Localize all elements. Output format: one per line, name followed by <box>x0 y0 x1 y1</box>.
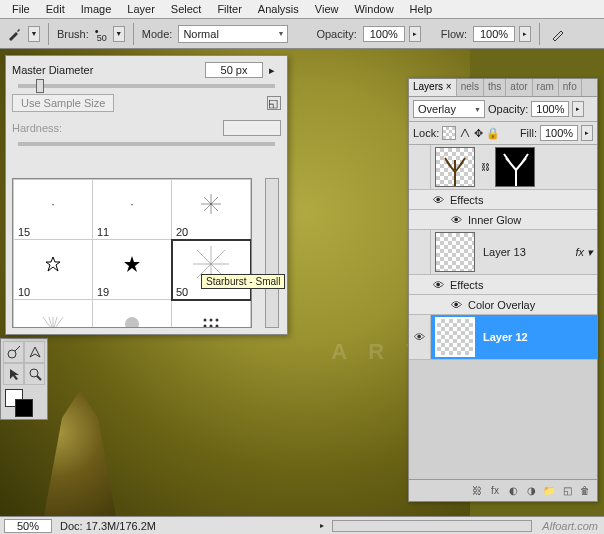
flow-label: Flow: <box>441 28 467 40</box>
layer-name[interactable]: Layer 13 <box>479 246 575 258</box>
hardness-field <box>223 120 281 136</box>
use-sample-size-button[interactable]: Use Sample Size <box>12 94 114 112</box>
menu-help[interactable]: Help <box>402 1 441 17</box>
tab-channels[interactable]: nels <box>457 79 484 96</box>
visibility-toggle[interactable] <box>409 230 431 274</box>
layer-blend-mode[interactable]: Overlay <box>413 100 485 118</box>
menu-window[interactable]: Window <box>346 1 401 17</box>
layer-name[interactable]: Layer 12 <box>479 331 597 343</box>
background-color[interactable] <box>15 399 33 417</box>
inner-glow-label: Inner Glow <box>468 214 521 226</box>
layer-row-13[interactable]: Layer 13 fx ▾ <box>409 230 597 275</box>
layer-mask-thumbnail[interactable] <box>495 147 535 187</box>
delete-layer-icon[interactable]: 🗑 <box>577 483 593 499</box>
brush-preset-halftone[interactable] <box>172 300 251 329</box>
menu-select[interactable]: Select <box>163 1 210 17</box>
tab-navigator[interactable]: ator <box>506 79 532 96</box>
tab-paths[interactable]: ths <box>484 79 506 96</box>
menu-edit[interactable]: Edit <box>38 1 73 17</box>
visibility-toggle[interactable] <box>409 145 431 189</box>
brush-preset-ray[interactable] <box>14 300 93 329</box>
brush-tool-icon[interactable] <box>4 24 24 44</box>
new-layer-icon[interactable]: ◱ <box>559 483 575 499</box>
new-preset-icon[interactable]: ◱ <box>267 96 281 110</box>
brush-preset-11[interactable]: ·11 <box>93 180 172 240</box>
effect-color-overlay[interactable]: 👁 Color Overlay <box>409 295 597 315</box>
effects-row-2[interactable]: 👁 Effects <box>409 275 597 295</box>
brush-grid-scrollbar[interactable] <box>265 178 279 328</box>
flow-field[interactable]: 100% <box>473 26 515 42</box>
svg-point-24 <box>30 369 38 377</box>
eye-icon[interactable]: 👁 <box>433 194 444 206</box>
adjustment-layer-icon[interactable]: ◑ <box>523 483 539 499</box>
svg-line-25 <box>37 376 41 380</box>
doc-info-toggle[interactable]: ▸ <box>316 521 328 530</box>
tab-info[interactable]: nfo <box>559 79 582 96</box>
layer-thumbnail[interactable] <box>435 232 475 272</box>
link-icon[interactable]: ⛓ <box>479 162 491 172</box>
lock-pixels-icon[interactable] <box>459 127 471 139</box>
lock-position-icon[interactable]: ✥ <box>474 127 483 140</box>
flow-slider-toggle[interactable]: ▸ <box>519 26 531 42</box>
svg-point-19 <box>204 324 207 327</box>
layer-thumbnail[interactable] <box>435 147 475 187</box>
svg-point-18 <box>216 318 219 321</box>
layer-row-tree[interactable]: ⛓ <box>409 145 597 190</box>
menu-view[interactable]: View <box>307 1 347 17</box>
doc-info: Doc: 17.3M/176.2M <box>56 520 316 532</box>
lock-all-icon[interactable]: 🔒 <box>486 127 500 140</box>
menu-analysis[interactable]: Analysis <box>250 1 307 17</box>
master-diameter-field[interactable]: 50 px <box>205 62 263 78</box>
brush-preset-50-starburst[interactable]: 50 <box>172 240 251 300</box>
layer-row-12[interactable]: 👁 Layer 12 <box>409 315 597 360</box>
opacity-slider-toggle[interactable]: ▸ <box>409 26 421 42</box>
dodge-tool-icon[interactable] <box>3 341 24 363</box>
color-swatches[interactable] <box>3 387 45 417</box>
brush-preset-popup: Master Diameter 50 px ▸ Use Sample Size … <box>5 55 288 335</box>
path-select-icon[interactable] <box>3 363 24 385</box>
fx-badge[interactable]: fx ▾ <box>575 246 597 259</box>
brush-preset-15[interactable]: ·15 <box>14 180 93 240</box>
brush-preset-fuzzy[interactable] <box>93 300 172 329</box>
visibility-toggle[interactable]: 👁 <box>409 315 431 359</box>
fill-field[interactable]: 100% <box>540 125 578 141</box>
svg-point-17 <box>210 318 213 321</box>
zoom-field[interactable]: 50% <box>4 519 52 533</box>
effect-inner-glow[interactable]: 👁 Inner Glow <box>409 210 597 230</box>
horizontal-scrollbar[interactable] <box>332 520 532 532</box>
tab-histogram[interactable]: ram <box>533 79 559 96</box>
menu-layer[interactable]: Layer <box>119 1 163 17</box>
layer-style-icon[interactable]: fx <box>487 483 503 499</box>
pen-tool-icon[interactable] <box>24 341 45 363</box>
blend-mode-select[interactable]: Normal <box>178 25 288 43</box>
status-bar: 50% Doc: 17.3M/176.2M ▸ Alfoart.com <box>0 516 604 534</box>
effects-row[interactable]: 👁 Effects <box>409 190 597 210</box>
lock-transparency-icon[interactable] <box>442 126 456 140</box>
zoom-tool-icon[interactable] <box>24 363 45 385</box>
brush-preset-10[interactable]: 10 <box>14 240 93 300</box>
layer-opacity-field[interactable]: 100% <box>531 101 569 117</box>
layer-mask-icon[interactable]: ◐ <box>505 483 521 499</box>
group-icon[interactable]: 📁 <box>541 483 557 499</box>
link-layers-icon[interactable]: ⛓ <box>469 483 485 499</box>
brush-preset-20[interactable]: 20 <box>172 180 251 240</box>
opacity-field[interactable]: 100% <box>363 26 405 42</box>
brush-picker-dropdown[interactable]: ▼ <box>113 26 125 42</box>
eye-icon[interactable]: 👁 <box>433 279 444 291</box>
flyout-menu-icon[interactable]: ▸ <box>263 64 281 77</box>
menu-filter[interactable]: Filter <box>209 1 249 17</box>
eye-icon[interactable]: 👁 <box>451 214 462 226</box>
main-menu-bar: File Edit Image Layer Select Filter Anal… <box>0 0 604 19</box>
menu-file[interactable]: File <box>4 1 38 17</box>
tab-layers[interactable]: Layers × <box>409 79 457 96</box>
layer-opacity-toggle[interactable]: ▸ <box>572 101 584 117</box>
brush-preset-19[interactable]: 19 <box>93 240 172 300</box>
fill-toggle[interactable]: ▸ <box>581 125 593 141</box>
airbrush-icon[interactable] <box>548 24 568 44</box>
tool-preset-dropdown[interactable]: ▼ <box>28 26 40 42</box>
diameter-slider[interactable] <box>18 84 275 88</box>
layers-panel: Layers × nels ths ator ram nfo Overlay O… <box>408 78 598 502</box>
layer-thumbnail[interactable] <box>435 317 475 357</box>
menu-image[interactable]: Image <box>73 1 120 17</box>
eye-icon[interactable]: 👁 <box>451 299 462 311</box>
